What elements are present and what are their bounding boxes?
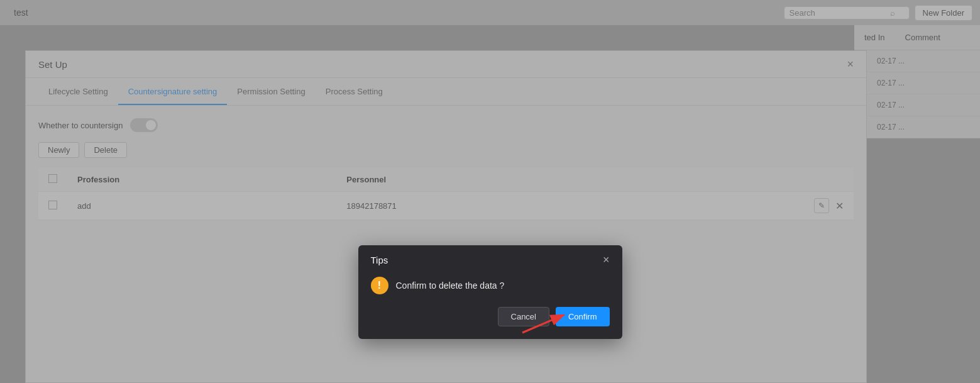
tips-title: Tips	[371, 255, 388, 265]
tips-header: Tips ×	[358, 245, 622, 272]
tips-dialog: Tips × ! Confirm to delete the data ? Ca…	[358, 245, 622, 339]
warning-icon: !	[371, 277, 388, 294]
tips-footer: Cancel Confirm	[358, 307, 622, 339]
svg-line-1	[522, 316, 562, 333]
tips-body: ! Confirm to delete the data ?	[358, 272, 622, 307]
red-arrow	[519, 311, 570, 338]
tips-close-button[interactable]: ×	[603, 254, 610, 265]
tips-message: Confirm to delete the data ?	[396, 280, 505, 291]
